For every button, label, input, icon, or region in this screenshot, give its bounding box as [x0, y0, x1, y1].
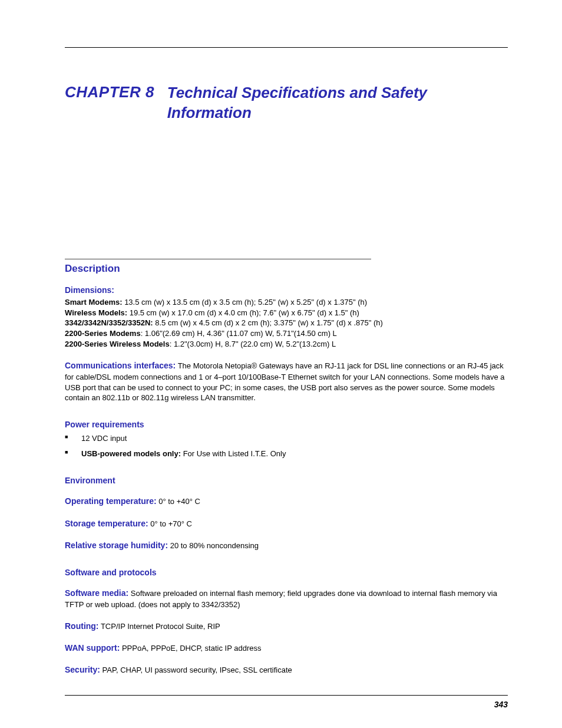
page: CHAPTER 8 Technical Specifications and S… — [0, 0, 562, 728]
env-storage-temp: Storage temperature: 0° to +70° C — [65, 518, 508, 529]
soft-routing: Routing: TCP/IP Internet Protocol Suite,… — [65, 621, 508, 632]
dim-label: 2200-Series Modems — [65, 329, 141, 338]
dim-value: 8.5 cm (w) x 4.5 cm (d) x 2 cm (h); 3.37… — [153, 318, 383, 327]
dim-label: Smart Modems: — [65, 298, 123, 307]
page-number: 343 — [494, 700, 508, 709]
kv-val: PAP, CHAP, UI password security, IPsec, … — [100, 666, 292, 674]
power-heading: Power requirements — [65, 420, 508, 429]
kv-key: Routing: — [65, 621, 99, 631]
chapter-label: CHAPTER 8 — [65, 83, 167, 101]
dim-value: : 1.06"(2.69 cm) H, 4.36" (11.07 cm) W, … — [141, 329, 337, 338]
comm-interfaces-paragraph: Communications interfaces: The Motorola … — [65, 360, 508, 403]
dim-value: 19.5 cm (w) x 17.0 cm (d) x 4.0 cm (h); … — [127, 308, 359, 317]
dim-2200-wireless: 2200-Series Wireless Models: 1.2"(3.0cm)… — [65, 339, 508, 350]
environment-heading: Environment — [65, 476, 508, 485]
comm-label: Communications interfaces: — [65, 361, 176, 370]
env-operating-temp: Operating temperature: 0° to +40° C — [65, 496, 508, 507]
power-list: 12 VDC input USB-powered models only: Fo… — [65, 433, 508, 459]
dim-value: : 1.2"(3.0cm) H, 8.7" (22.0 cm) W, 5.2"(… — [170, 340, 336, 348]
kv-key: Relative storage humidity: — [65, 541, 168, 550]
dim-label: 3342/3342N/3352/3352N: — [65, 318, 153, 327]
soft-wan: WAN support: PPPoA, PPPoE, DHCP, static … — [65, 643, 508, 654]
kv-key: Software media: — [65, 588, 128, 598]
section-rule — [65, 259, 371, 259]
chapter-title: Technical Specifications and Safety Info… — [167, 83, 508, 123]
soft-media: Software media: Software preloaded on in… — [65, 588, 508, 610]
env-humidity: Relative storage humidity: 20 to 80% non… — [65, 540, 508, 551]
kv-val: PPPoA, PPPoE, DHCP, static IP address — [120, 644, 261, 653]
kv-val: 0° to +40° C — [157, 497, 200, 506]
power-item-bold: USB-powered models only: — [81, 449, 181, 458]
power-item-2: USB-powered models only: For Use with Li… — [65, 448, 508, 460]
kv-val: 0° to +70° C — [148, 519, 192, 528]
kv-key: Operating temperature: — [65, 496, 157, 506]
dim-wireless-models: Wireless Models: 19.5 cm (w) x 17.0 cm (… — [65, 308, 508, 318]
power-item-text: For Use with Listed I.T.E. Only — [181, 449, 286, 458]
dim-2200-modems: 2200-Series Modems: 1.06"(2.69 cm) H, 4.… — [65, 328, 508, 339]
kv-val: 20 to 80% noncondensing — [168, 541, 259, 550]
dim-label: 2200-Series Wireless Models — [65, 340, 170, 348]
power-item-1: 12 VDC input — [65, 433, 508, 444]
kv-key: Storage temperature: — [65, 519, 148, 528]
kv-key: WAN support: — [65, 643, 120, 653]
top-rule — [65, 47, 508, 48]
kv-val: Software preloaded on internal flash mem… — [65, 589, 497, 608]
kv-val: TCP/IP Internet Protocol Suite, RIP — [99, 622, 220, 631]
section-heading-description: Description — [65, 263, 508, 275]
soft-security: Security: PAP, CHAP, UI password securit… — [65, 664, 508, 676]
software-heading: Software and protocols — [65, 568, 508, 577]
footer-rule — [65, 695, 508, 696]
dim-label: Wireless Models: — [65, 308, 127, 317]
dim-value: 13.5 cm (w) x 13.5 cm (d) x 3.5 cm (h); … — [123, 298, 368, 307]
chapter-heading: CHAPTER 8 Technical Specifications and S… — [65, 83, 508, 123]
dim-smart-modems: Smart Modems: 13.5 cm (w) x 13.5 cm (d) … — [65, 297, 508, 308]
power-item-text: 12 VDC input — [81, 434, 127, 443]
kv-key: Security: — [65, 665, 100, 674]
dim-3342: 3342/3342N/3352/3352N: 8.5 cm (w) x 4.5 … — [65, 318, 508, 328]
dimensions-heading: Dimensions: — [65, 285, 508, 295]
